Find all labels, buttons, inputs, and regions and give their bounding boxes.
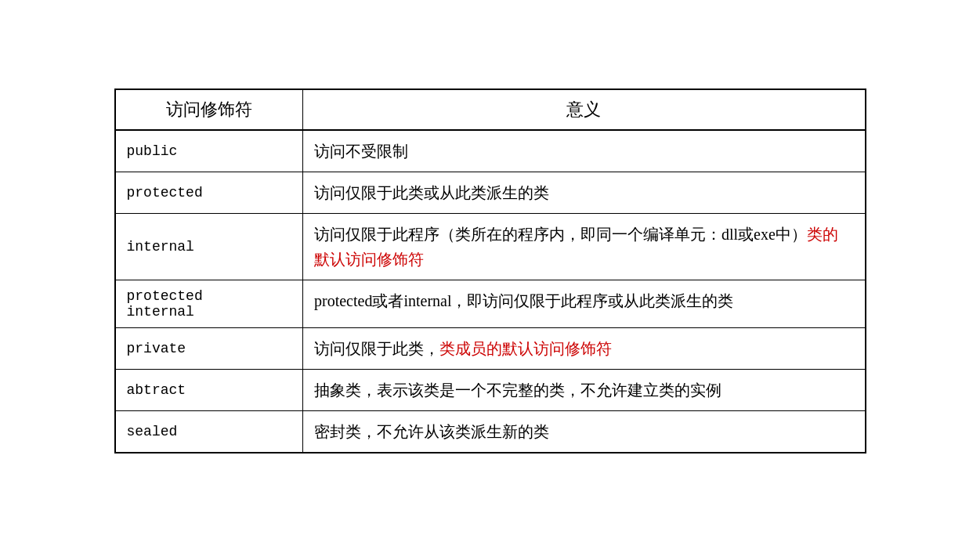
meaning-cell: protected或者internal，即访问仅限于此程序或从此类派生的类: [303, 280, 866, 328]
modifier-cell: public: [115, 130, 303, 172]
meaning-cell: 访问仅限于此类，类成员的默认访问修饰符: [303, 328, 866, 370]
meaning-cell: 访问仅限于此类或从此类派生的类: [303, 172, 866, 214]
meaning-cell: 抽象类，表示该类是一个不完整的类，不允许建立类的实例: [303, 370, 866, 411]
table-row: sealed密封类，不允许从该类派生新的类: [115, 411, 866, 453]
header-modifier: 访问修饰符: [115, 89, 303, 130]
table-row: private访问仅限于此类，类成员的默认访问修饰符: [115, 328, 866, 370]
table-row: abtract抽象类，表示该类是一个不完整的类，不允许建立类的实例: [115, 370, 866, 411]
modifier-cell: private: [115, 328, 303, 370]
modifier-cell: internal: [115, 214, 303, 280]
table-row: protected访问仅限于此类或从此类派生的类: [115, 172, 866, 214]
modifier-cell: sealed: [115, 411, 303, 453]
modifier-cell: protected internal: [115, 280, 303, 328]
meaning-cell: 密封类，不允许从该类派生新的类: [303, 411, 866, 453]
table-row: public访问不受限制: [115, 130, 866, 172]
header-meaning: 意义: [303, 89, 866, 130]
modifier-cell: protected: [115, 172, 303, 214]
modifier-cell: abtract: [115, 370, 303, 411]
table-row: protected internalprotected或者internal，即访…: [115, 280, 866, 328]
table-row: internal访问仅限于此程序（类所在的程序内，即同一个编译单元：dll或ex…: [115, 214, 866, 280]
table-container: 访问修饰符 意义 public访问不受限制protected访问仅限于此类或从此…: [114, 89, 866, 453]
meaning-cell: 访问仅限于此程序（类所在的程序内，即同一个编译单元：dll或exe中）类的默认访…: [303, 214, 866, 280]
meaning-cell: 访问不受限制: [303, 130, 866, 172]
access-modifier-table: 访问修饰符 意义 public访问不受限制protected访问仅限于此类或从此…: [114, 89, 866, 453]
